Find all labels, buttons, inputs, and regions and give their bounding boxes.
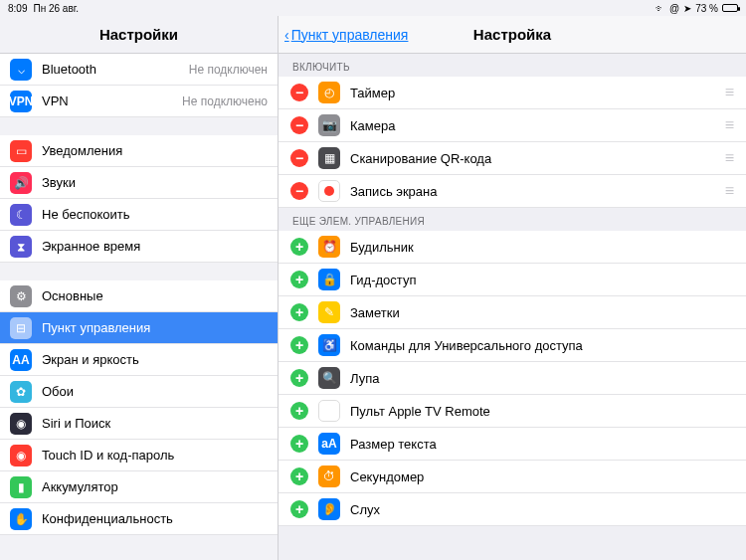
sidebar-item-notifications[interactable]: ▭Уведомления xyxy=(0,135,278,167)
location-icon: ➤ xyxy=(683,3,691,14)
remote-icon: ▮ xyxy=(318,400,340,422)
sidebar-item-battery[interactable]: ▮Аккумулятор xyxy=(0,471,278,503)
settings-sidebar: Настройки ⌵BluetoothНе подключенVPNVPNНе… xyxy=(0,16,279,560)
sidebar-item-label: VPN xyxy=(42,93,182,108)
sounds-icon: 🔊 xyxy=(10,172,32,194)
add-button[interactable]: + xyxy=(290,467,308,485)
control-row-notes[interactable]: +✎Заметки xyxy=(279,296,746,329)
wallpaper-icon: ✿ xyxy=(10,381,32,403)
sidebar-item-wallpaper[interactable]: ✿Обои xyxy=(0,376,278,408)
add-button[interactable]: + xyxy=(290,500,308,518)
control-row-label: Размер текста xyxy=(350,437,734,452)
sidebar-item-siri[interactable]: ◉Siri и Поиск xyxy=(0,408,278,440)
control-row-remote[interactable]: +▮Пульт Apple TV Remote xyxy=(279,395,746,428)
remove-button[interactable]: − xyxy=(290,182,308,200)
control-row-label: Лупа xyxy=(350,371,734,386)
stopwatch-icon: ⏱ xyxy=(318,466,340,487)
control-row-label: Слух xyxy=(350,502,734,517)
control-row-qr[interactable]: −▦Сканирование QR-кода≡ xyxy=(279,142,746,175)
control-row-guided[interactable]: +🔒Гид-доступ xyxy=(279,264,746,296)
dnd-icon: ☾ xyxy=(10,204,32,226)
control-row-stopwatch[interactable]: +⏱Секундомер xyxy=(279,461,746,493)
control-row-alarm[interactable]: +⏰Будильник xyxy=(279,231,746,264)
sidebar-item-general[interactable]: ⚙Основные xyxy=(0,280,278,312)
control-row-camera[interactable]: −📷Камера≡ xyxy=(279,109,746,142)
vpn-icon: VPN xyxy=(10,91,32,112)
battery-pct: 73 % xyxy=(695,3,718,14)
notifications-icon: ▭ xyxy=(10,140,32,162)
display-icon: AA xyxy=(10,349,32,371)
control-row-label: Камера xyxy=(350,118,716,133)
control-row-magnifier[interactable]: +🔍Лупа xyxy=(279,362,746,395)
add-button[interactable]: + xyxy=(290,303,308,321)
chevron-left-icon: ‹ xyxy=(284,27,289,43)
control-row-accessibility[interactable]: +♿Команды для Универсального доступа xyxy=(279,329,746,362)
control-row-label: Таймер xyxy=(350,86,716,100)
control-row-label: Команды для Универсального доступа xyxy=(350,338,734,353)
sidebar-item-label: Аккумулятор xyxy=(42,479,268,494)
textsize-icon: aA xyxy=(318,433,340,455)
notes-icon: ✎ xyxy=(318,301,340,323)
sidebar-item-vpn[interactable]: VPNVPNНе подключено xyxy=(0,86,278,117)
control-row-textsize[interactable]: +aAРазмер текста xyxy=(279,428,746,461)
remove-button[interactable]: − xyxy=(290,84,308,101)
back-button[interactable]: ‹ Пункт управления xyxy=(279,27,408,43)
sidebar-item-label: Звуки xyxy=(42,175,268,190)
sidebar-item-sounds[interactable]: 🔊Звуки xyxy=(0,167,278,199)
control-row-label: Сканирование QR-кода xyxy=(350,151,716,166)
add-button[interactable]: + xyxy=(290,402,308,420)
sidebar-item-dnd[interactable]: ☾Не беспокоить xyxy=(0,199,278,231)
remove-button[interactable]: − xyxy=(290,116,308,134)
control-row-label: Запись экрана xyxy=(350,184,716,199)
control-row-label: Секундомер xyxy=(350,469,734,484)
battery-icon: ▮ xyxy=(10,476,32,498)
bluetooth-icon: ⌵ xyxy=(10,59,32,81)
camera-icon: 📷 xyxy=(318,114,340,136)
drag-handle-icon[interactable]: ≡ xyxy=(716,182,734,200)
sidebar-item-bluetooth[interactable]: ⌵BluetoothНе подключен xyxy=(0,54,278,86)
control-row-record[interactable]: −Запись экрана≡ xyxy=(279,175,746,208)
drag-handle-icon[interactable]: ≡ xyxy=(716,149,734,167)
status-time: 8:09 xyxy=(8,3,27,14)
add-button[interactable]: + xyxy=(290,336,308,354)
detail-pane: ‹ Пункт управления Настройка Включить−◴Т… xyxy=(279,16,746,560)
section-header: Еще элем. управления xyxy=(279,208,746,231)
sidebar-item-screentime[interactable]: ⧗Экранное время xyxy=(0,231,278,263)
control-row-hearing[interactable]: +👂Слух xyxy=(279,493,746,526)
back-label: Пункт управления xyxy=(291,27,409,43)
privacy-icon: ✋ xyxy=(10,508,32,530)
sidebar-item-sub: Не подключен xyxy=(189,63,268,77)
remove-button[interactable]: − xyxy=(290,149,308,167)
add-button[interactable]: + xyxy=(290,435,308,453)
drag-handle-icon[interactable]: ≡ xyxy=(716,84,734,101)
wifi-icon: ᯤ xyxy=(655,3,665,14)
siri-icon: ◉ xyxy=(10,413,32,435)
hearing-icon: 👂 xyxy=(318,498,340,520)
add-button[interactable]: + xyxy=(290,238,308,256)
orientation-icon: @ xyxy=(669,3,679,14)
battery-icon xyxy=(722,4,738,12)
add-button[interactable]: + xyxy=(290,369,308,387)
sidebar-item-label: Пункт управления xyxy=(42,320,268,335)
sidebar-item-sub: Не подключено xyxy=(182,94,268,108)
sidebar-item-label: Экран и яркость xyxy=(42,352,268,367)
magnifier-icon: 🔍 xyxy=(318,367,340,389)
sidebar-item-display[interactable]: AAЭкран и яркость xyxy=(0,344,278,376)
accessibility-icon: ♿ xyxy=(318,334,340,356)
sidebar-item-control-center[interactable]: ⊟Пункт управления xyxy=(0,312,278,344)
drag-handle-icon[interactable]: ≡ xyxy=(716,116,734,134)
qr-icon: ▦ xyxy=(318,147,340,169)
control-row-label: Пульт Apple TV Remote xyxy=(350,404,734,419)
sidebar-item-touchid[interactable]: ◉Touch ID и код-пароль xyxy=(0,440,278,471)
sidebar-title: Настройки xyxy=(0,16,278,54)
control-row-timer[interactable]: −◴Таймер≡ xyxy=(279,77,746,109)
add-button[interactable]: + xyxy=(290,271,308,288)
timer-icon: ◴ xyxy=(318,82,340,103)
control-row-label: Гид-доступ xyxy=(350,273,734,287)
alarm-icon: ⏰ xyxy=(318,236,340,258)
control-row-label: Заметки xyxy=(350,305,734,320)
status-date: Пн 26 авг. xyxy=(33,3,78,14)
section-header: Включить xyxy=(279,54,746,77)
sidebar-item-privacy[interactable]: ✋Конфиденциальность xyxy=(0,503,278,535)
sidebar-item-label: Конфиденциальность xyxy=(42,511,268,526)
